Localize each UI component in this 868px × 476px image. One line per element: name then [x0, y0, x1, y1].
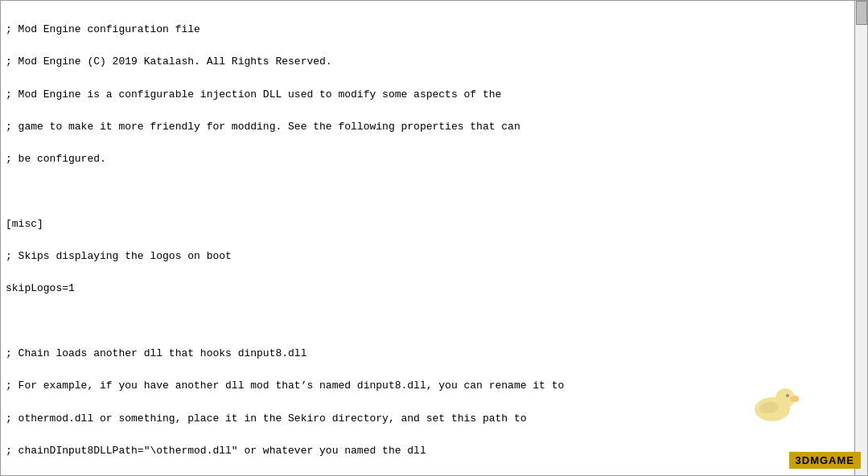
- svg-point-3: [786, 394, 789, 397]
- line-13: ; othermod.dll or something, place it in…: [6, 411, 838, 427]
- line-10: [6, 314, 838, 330]
- line-9: skipLogos=1: [6, 281, 838, 297]
- line-4: ; game to make it more friendly for modd…: [6, 119, 838, 135]
- line-8: ; Skips displaying the logos on boot: [6, 248, 838, 265]
- line-14: ; chainDInput8DLLPath="\othermod.dll" or…: [6, 443, 838, 459]
- site-watermark-logo: 3DMGAME: [789, 452, 861, 469]
- site-watermark-text: 3DMGAME: [796, 454, 854, 466]
- line-5: ; be configured.: [6, 151, 838, 167]
- editor-window: ; Mod Engine configuration file ; Mod En…: [0, 0, 868, 476]
- line-1: ; Mod Engine configuration file: [6, 22, 838, 38]
- scrollbar-thumb[interactable]: [856, 1, 867, 25]
- line-6: [6, 184, 838, 200]
- line-2: ; Mod Engine (C) 2019 Katalash. All Righ…: [6, 54, 838, 70]
- line-11: ; Chain loads another dll that hooks din…: [6, 346, 838, 362]
- code-content: ; Mod Engine configuration file ; Mod En…: [6, 6, 838, 475]
- text-editor-content[interactable]: ; Mod Engine configuration file ; Mod En…: [1, 1, 854, 475]
- duck-watermark: [747, 375, 799, 431]
- line-3: ; Mod Engine is a configurable injection…: [6, 87, 838, 103]
- vertical-scrollbar[interactable]: [854, 1, 867, 475]
- line-12: ; For example, if you have another dll m…: [6, 378, 838, 394]
- line-7: [misc]: [6, 216, 838, 232]
